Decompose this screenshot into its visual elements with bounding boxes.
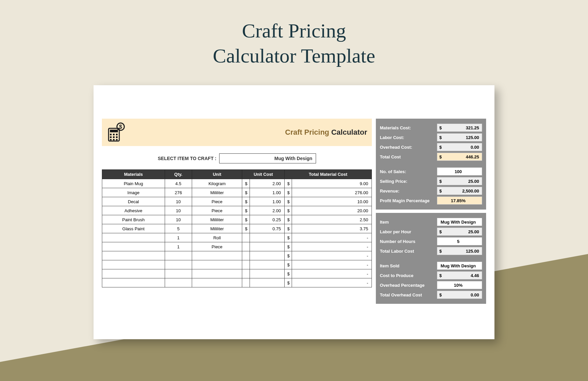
table-row: $- — [102, 278, 372, 287]
cell-total: 10.00 — [292, 197, 372, 206]
table-row: $- — [102, 260, 372, 269]
cell-qty[interactable] — [165, 269, 192, 278]
cell-qty[interactable] — [165, 278, 192, 287]
cell-material[interactable]: Adhesive — [102, 206, 165, 215]
table-row: $- — [102, 251, 372, 260]
cell-material[interactable]: Paint Brush — [102, 215, 165, 224]
overhead-cost-value: $0.00 — [437, 143, 482, 151]
cell-qty[interactable]: 10 — [165, 197, 192, 206]
select-label: SELECT ITEM TO CRAFT : — [158, 156, 216, 161]
overhead-pct-input[interactable]: 10% — [437, 281, 482, 289]
item-select-value: Mug With Design — [274, 156, 312, 161]
materials-cost-label: Materials Cost: — [380, 125, 411, 130]
cell-material[interactable] — [102, 242, 165, 251]
cell-qty[interactable]: 1 — [165, 242, 192, 251]
total-labor-cost-label: Total Labor Cost — [380, 249, 414, 254]
cost-produce-label: Cost to Produce — [380, 273, 413, 278]
cell-unit-cost[interactable]: 2.00 — [250, 206, 284, 215]
cell-material[interactable] — [102, 251, 165, 260]
no-sales-label: No. of Sales: — [380, 169, 406, 174]
table-row: 1Piece$- — [102, 242, 372, 251]
cell-unit[interactable]: Kilogram — [192, 179, 242, 188]
table-row: Image276Mililiter$1.00$276.00 — [102, 188, 372, 197]
cell-unit-cost[interactable]: 0.25 — [250, 215, 284, 224]
cell-material[interactable]: Image — [102, 188, 165, 197]
cell-qty[interactable]: 4.5 — [165, 179, 192, 188]
svg-rect-10 — [110, 139, 112, 140]
cell-unit[interactable] — [192, 251, 242, 260]
cell-unit-cost[interactable]: 1.00 — [250, 197, 284, 206]
cell-unit-cost-symbol — [242, 269, 250, 278]
banner: $ Craft Pricing Calculator — [102, 119, 372, 146]
labor-overhead-panel: ItemMug With Design Labor per Hour$25.00… — [376, 213, 486, 304]
table-row: Adhesive10Piece$2.00$20.00 — [102, 206, 372, 215]
cell-unit[interactable]: Piece — [192, 197, 242, 206]
cell-material[interactable] — [102, 278, 165, 287]
cell-material[interactable]: Plain Mug — [102, 179, 165, 188]
cell-material[interactable]: Decal — [102, 197, 165, 206]
svg-rect-6 — [116, 134, 118, 135]
cell-material[interactable]: Glass Paint — [102, 224, 165, 233]
svg-rect-5 — [113, 134, 115, 135]
selling-price-label: Selling Price: — [380, 179, 407, 184]
cell-unit[interactable]: Mililiter — [192, 215, 242, 224]
cell-total-symbol: $ — [284, 251, 292, 260]
cell-qty[interactable]: 10 — [165, 206, 192, 215]
cell-unit-cost[interactable] — [250, 260, 284, 269]
cell-unit-cost-symbol — [242, 251, 250, 260]
table-row: Glass Paint5Mililiter$0.75$3.75 — [102, 224, 372, 233]
number-hours-input[interactable]: 5 — [437, 237, 482, 245]
cell-total: 20.00 — [292, 206, 372, 215]
cell-unit[interactable]: Roll — [192, 233, 242, 242]
title-line-2: Calculator Template — [213, 45, 375, 67]
selling-price-value: $25.00 — [437, 177, 482, 185]
cell-unit-cost[interactable] — [250, 278, 284, 287]
col-qty: Qty. — [165, 170, 192, 179]
col-unit: Unit — [192, 170, 242, 179]
cell-total-symbol: $ — [284, 179, 292, 188]
cell-unit[interactable]: Piece — [192, 206, 242, 215]
cell-unit[interactable]: Piece — [192, 242, 242, 251]
cell-unit-cost[interactable]: 1.00 — [250, 188, 284, 197]
cell-material[interactable] — [102, 269, 165, 278]
cell-unit[interactable] — [192, 269, 242, 278]
page-title: Craft Pricing Calculator Template — [0, 0, 588, 69]
cell-unit[interactable] — [192, 278, 242, 287]
cell-unit-cost[interactable]: 2.00 — [250, 179, 284, 188]
labor-per-hour-label: Labor per Hour — [380, 229, 411, 234]
cell-unit[interactable]: Mililiter — [192, 224, 242, 233]
no-sales-input[interactable]: 100 — [437, 167, 482, 175]
cell-qty[interactable]: 5 — [165, 224, 192, 233]
cell-unit-cost-symbol: $ — [242, 206, 250, 215]
cell-unit-cost[interactable] — [250, 251, 284, 260]
item-sold-label: Item Sold — [380, 263, 400, 268]
cell-unit-cost[interactable] — [250, 269, 284, 278]
item-select[interactable]: Mug With Design — [219, 153, 316, 163]
profit-margin-value: 17.85% — [437, 197, 482, 205]
cell-qty[interactable]: 276 — [165, 188, 192, 197]
svg-rect-11 — [113, 139, 115, 140]
cell-unit-cost-symbol: $ — [242, 224, 250, 233]
cell-total: - — [292, 278, 372, 287]
cell-total: - — [292, 260, 372, 269]
cell-qty[interactable]: 10 — [165, 215, 192, 224]
cell-material[interactable] — [102, 260, 165, 269]
cell-unit-cost[interactable] — [250, 242, 284, 251]
total-cost-label: Total Cost — [380, 154, 401, 159]
item-value: Mug With Design — [437, 218, 482, 226]
cell-total-symbol: $ — [284, 206, 292, 215]
number-hours-label: Number of Hours — [380, 239, 415, 244]
cell-unit-cost-symbol — [242, 260, 250, 269]
cell-unit-cost[interactable]: 0.75 — [250, 224, 284, 233]
cell-unit[interactable]: Mililiter — [192, 188, 242, 197]
col-total: Total Material Cost — [284, 170, 372, 179]
cell-unit-cost[interactable] — [250, 233, 284, 242]
cell-unit[interactable] — [192, 260, 242, 269]
table-header-row: Materials Qty. Unit Unit Cost Total Mate… — [102, 170, 372, 179]
cell-qty[interactable]: 1 — [165, 233, 192, 242]
cell-qty[interactable] — [165, 260, 192, 269]
svg-rect-12 — [116, 139, 118, 140]
cell-material[interactable] — [102, 233, 165, 242]
cell-qty[interactable] — [165, 251, 192, 260]
overhead-cost-label: Overhead Cost: — [380, 145, 412, 150]
